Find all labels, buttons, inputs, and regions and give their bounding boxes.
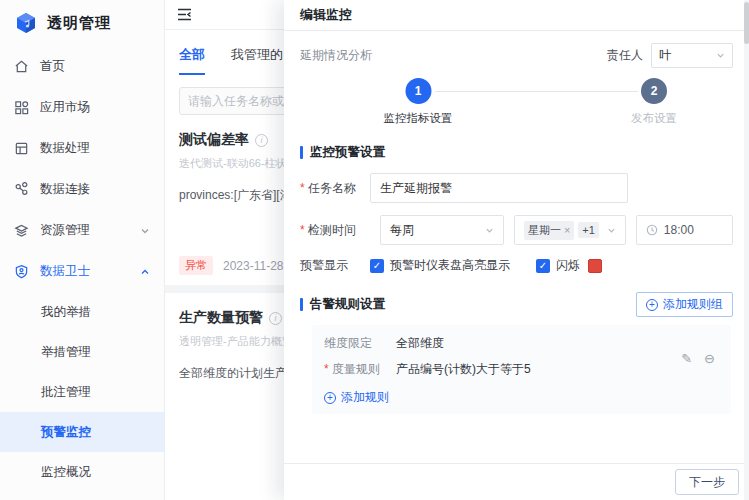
stepper-connector <box>435 91 638 92</box>
drawer-footer: 下一步 <box>284 463 749 500</box>
task-name-input[interactable] <box>370 173 628 203</box>
info-icon: i <box>255 134 268 147</box>
dimension-limit-value: 全部维度 <box>396 335 444 352</box>
step-number: 1 <box>405 78 431 104</box>
sidebar-item-monitoring-overview[interactable]: 监控概况 <box>0 452 164 492</box>
plus-circle-icon: + <box>324 392 336 404</box>
sidebar-item-data-processing[interactable]: 数据处理 <box>0 128 164 169</box>
sidebar-item-app-market[interactable]: 应用市场 <box>0 87 164 128</box>
app-logo-cube-icon <box>14 11 38 35</box>
scrollbar-track[interactable] <box>744 0 749 500</box>
sidebar-item-label: 资源管理 <box>40 222 90 239</box>
collapse-sidebar-icon[interactable] <box>177 8 192 21</box>
blink-checkbox-label: 闪烁 <box>556 257 580 274</box>
remove-rule-icon[interactable]: ⊖ <box>704 351 715 366</box>
analysis-name: 延期情况分析 <box>300 47 372 64</box>
sidebar-item-data-connection[interactable]: 数据连接 <box>0 169 164 210</box>
status-badge: 异常 <box>179 256 213 275</box>
dimension-limit-label: 维度限定 <box>324 335 396 352</box>
edit-monitor-drawer: 编辑监控 延期情况分析 责任人 叶 1 监控指标设置 2 <box>284 0 749 500</box>
sidebar-item-resource-management[interactable]: 资源管理 <box>0 210 164 251</box>
chevron-down-icon <box>485 226 494 235</box>
sidebar-item-label: 数据卫士 <box>40 263 90 280</box>
chevron-down-icon <box>140 226 150 236</box>
data-connection-icon <box>14 182 30 198</box>
section-title-alert-settings: 监控预警设置 <box>310 144 385 161</box>
scrollbar-thumb[interactable] <box>744 2 749 44</box>
section-accent-bar <box>300 146 303 159</box>
sidebar-item-label: 应用市场 <box>40 99 90 116</box>
card-date: 2023-11-28 1 <box>223 259 294 273</box>
sidebar-item-alert-monitoring[interactable]: 预警监控 <box>0 412 164 452</box>
sidebar-item-label: 批注管理 <box>41 384 91 401</box>
sidebar-item-label: 数据处理 <box>40 140 90 157</box>
wizard-stepper: 1 监控指标设置 2 发布设置 <box>300 78 733 136</box>
task-name-label: 任务名称 <box>300 180 370 197</box>
add-rule-label: 添加规则 <box>341 389 389 406</box>
sidebar-item-label: 数据连接 <box>40 181 90 198</box>
sidebar-item-annotation-management[interactable]: 批注管理 <box>0 372 164 412</box>
measure-rule-label: 度量规则 <box>324 361 396 378</box>
alert-display-label: 预警显示 <box>300 257 370 274</box>
frequency-value: 每周 <box>390 222 414 239</box>
alert-color-swatch[interactable] <box>588 259 602 273</box>
section-accent-bar <box>300 298 303 311</box>
time-picker[interactable]: 18:00 <box>636 215 733 245</box>
section-title-rule-settings: 告警规则设置 <box>310 296 385 313</box>
owner-select-value: 叶 <box>659 47 671 64</box>
next-step-button[interactable]: 下一步 <box>675 469 739 495</box>
chevron-down-icon <box>716 51 725 60</box>
highlight-checkbox[interactable]: ✓ <box>370 259 384 273</box>
home-icon <box>14 59 30 75</box>
sidebar-item-label: 举措管理 <box>41 344 91 361</box>
step-publish-settings[interactable]: 2 发布设置 <box>631 78 677 126</box>
highlight-checkbox-label: 预警时仪表盘高亮显示 <box>390 257 510 274</box>
clock-icon <box>646 224 658 236</box>
remove-tag-icon[interactable]: × <box>564 224 570 236</box>
frequency-select[interactable]: 每周 <box>380 215 504 245</box>
sidebar: 透明管理 首页 应用市场 数据处理 <box>0 0 165 500</box>
step-monitor-settings[interactable]: 1 监控指标设置 <box>384 78 453 126</box>
step-label: 监控指标设置 <box>384 111 453 126</box>
weekday-multiselect[interactable]: 星期一 × +1 <box>514 215 626 245</box>
step-number: 2 <box>641 78 667 104</box>
time-value: 18:00 <box>664 223 694 237</box>
drawer-body: 延期情况分析 责任人 叶 1 监控指标设置 2 发布设置 <box>284 31 749 463</box>
detect-time-label: 检测时间 <box>300 222 370 239</box>
weekday-tag: 星期一 × <box>524 221 574 240</box>
shield-icon <box>14 264 30 280</box>
sidebar-item-my-initiatives[interactable]: 我的举措 <box>0 292 164 332</box>
owner-select[interactable]: 叶 <box>651 43 733 68</box>
measure-rule-value: 产品编号(计数)大于等于5 <box>396 361 531 378</box>
app-logo-row: 透明管理 <box>0 0 164 46</box>
edit-rule-icon[interactable]: ✎ <box>681 351 692 366</box>
weekday-tag-label: 星期一 <box>528 223 561 238</box>
tab-managed-by-me[interactable]: 我管理的 <box>231 46 283 75</box>
layers-icon <box>14 223 30 239</box>
app-market-icon <box>14 100 30 116</box>
tab-all[interactable]: 全部 <box>179 46 205 75</box>
sidebar-item-label: 首页 <box>40 58 65 75</box>
sidebar-item-initiative-management[interactable]: 举措管理 <box>0 332 164 372</box>
card-title: 测试偏差率 <box>179 131 249 149</box>
chevron-up-icon <box>140 267 150 277</box>
sidebar-item-data-guardian[interactable]: 数据卫士 <box>0 251 164 292</box>
sidebar-item-label: 我的举措 <box>41 304 91 321</box>
sidebar-item-home[interactable]: 首页 <box>0 46 164 87</box>
app-title: 透明管理 <box>47 14 111 33</box>
more-tags-count: +1 <box>578 222 599 238</box>
rule-group-card: 维度限定 全部维度 度量规则 产品编号(计数)大于等于5 ✎ ⊖ + 添加规则 <box>312 325 731 414</box>
owner-label: 责任人 <box>607 47 643 64</box>
sidebar-item-label: 监控概况 <box>41 464 91 481</box>
plus-circle-icon: + <box>646 299 658 311</box>
card-title: 生产数量预警 <box>179 309 263 327</box>
sidebar-item-label: 预警监控 <box>41 424 91 441</box>
add-rule-group-label: 添加规则组 <box>663 296 723 313</box>
add-rule-group-button[interactable]: + 添加规则组 <box>636 292 733 317</box>
drawer-title: 编辑监控 <box>284 0 749 31</box>
add-rule-link[interactable]: + 添加规则 <box>324 389 389 406</box>
step-label: 发布设置 <box>631 111 677 126</box>
chevron-down-icon <box>607 226 616 235</box>
blink-checkbox[interactable]: ✓ <box>536 259 550 273</box>
info-icon: i <box>269 312 282 325</box>
